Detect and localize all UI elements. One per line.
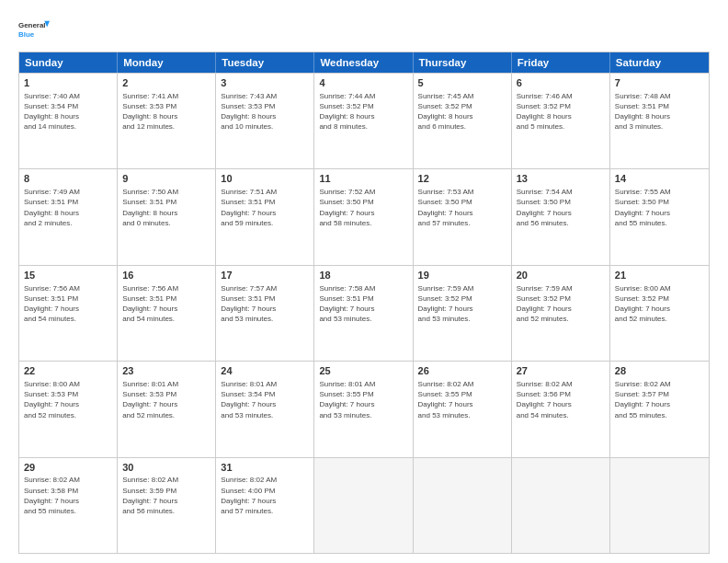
day-number: 10 — [221, 172, 309, 186]
header-day-wednesday: Wednesday — [314, 52, 413, 73]
calendar-cell — [414, 458, 512, 553]
calendar-cell: 10Sunrise: 7:51 AMSunset: 3:51 PMDayligh… — [216, 169, 314, 264]
calendar-cell: 21Sunrise: 8:00 AMSunset: 3:52 PMDayligh… — [610, 266, 709, 361]
calendar-cell: 1Sunrise: 7:40 AMSunset: 3:54 PMDaylight… — [19, 74, 118, 168]
calendar-cell: 5Sunrise: 7:45 AMSunset: 3:52 PMDaylight… — [414, 74, 512, 168]
svg-text:Blue: Blue — [18, 30, 35, 39]
day-number: 12 — [418, 172, 506, 186]
day-number: 17 — [221, 269, 309, 282]
day-number: 30 — [122, 461, 210, 475]
calendar-week-1: 1Sunrise: 7:40 AMSunset: 3:54 PMDaylight… — [19, 73, 709, 168]
calendar-week-2: 8Sunrise: 7:49 AMSunset: 3:51 PMDaylight… — [19, 168, 709, 264]
cell-text: Sunrise: 8:00 AMSunset: 3:53 PMDaylight:… — [24, 379, 112, 420]
cell-text: Sunrise: 7:46 AMSunset: 3:52 PMDaylight:… — [517, 91, 605, 132]
day-number: 21 — [615, 269, 704, 282]
calendar-cell: 4Sunrise: 7:44 AMSunset: 3:52 PMDaylight… — [314, 74, 413, 168]
calendar-cell: 19Sunrise: 7:59 AMSunset: 3:52 PMDayligh… — [414, 266, 512, 361]
day-number: 14 — [615, 172, 704, 186]
calendar-cell: 29Sunrise: 8:02 AMSunset: 3:58 PMDayligh… — [19, 458, 118, 553]
cell-text: Sunrise: 8:01 AMSunset: 3:53 PMDaylight:… — [122, 379, 210, 420]
calendar-week-3: 15Sunrise: 7:56 AMSunset: 3:51 PMDayligh… — [19, 265, 709, 361]
logo: General Blue — [18, 15, 50, 46]
cell-text: Sunrise: 7:41 AMSunset: 3:53 PMDaylight:… — [122, 91, 210, 132]
cell-text: Sunrise: 8:01 AMSunset: 3:55 PMDaylight:… — [319, 379, 407, 420]
header-day-monday: Monday — [118, 52, 216, 73]
cell-text: Sunrise: 7:43 AMSunset: 3:53 PMDaylight:… — [221, 91, 309, 132]
day-number: 20 — [517, 269, 605, 282]
cell-text: Sunrise: 8:02 AMSunset: 3:58 PMDaylight:… — [24, 475, 112, 516]
calendar-cell: 12Sunrise: 7:53 AMSunset: 3:50 PMDayligh… — [414, 169, 512, 264]
cell-text: Sunrise: 7:57 AMSunset: 3:51 PMDaylight:… — [221, 283, 309, 325]
day-number: 2 — [122, 76, 210, 90]
cell-text: Sunrise: 7:53 AMSunset: 3:50 PMDaylight:… — [418, 187, 506, 228]
svg-text:General: General — [18, 21, 46, 29]
cell-text: Sunrise: 7:58 AMSunset: 3:51 PMDaylight:… — [319, 283, 407, 325]
calendar-cell: 23Sunrise: 8:01 AMSunset: 3:53 PMDayligh… — [118, 362, 216, 456]
calendar-cell: 28Sunrise: 8:02 AMSunset: 3:57 PMDayligh… — [610, 362, 709, 456]
cell-text: Sunrise: 8:02 AMSunset: 4:00 PMDaylight:… — [221, 475, 309, 516]
cell-text: Sunrise: 8:02 AMSunset: 3:55 PMDaylight:… — [418, 379, 506, 420]
calendar-cell: 31Sunrise: 8:02 AMSunset: 4:00 PMDayligh… — [216, 458, 314, 553]
header-day-thursday: Thursday — [414, 52, 512, 73]
cell-text: Sunrise: 7:56 AMSunset: 3:51 PMDaylight:… — [24, 283, 112, 325]
cell-text: Sunrise: 8:02 AMSunset: 3:57 PMDaylight:… — [615, 379, 704, 420]
day-number: 18 — [319, 269, 407, 282]
calendar-week-4: 22Sunrise: 8:00 AMSunset: 3:53 PMDayligh… — [19, 361, 709, 456]
cell-text: Sunrise: 7:52 AMSunset: 3:50 PMDaylight:… — [319, 187, 407, 228]
day-number: 26 — [418, 364, 506, 378]
cell-text: Sunrise: 7:59 AMSunset: 3:52 PMDaylight:… — [418, 283, 506, 325]
day-number: 22 — [24, 364, 112, 378]
calendar-cell: 16Sunrise: 7:56 AMSunset: 3:51 PMDayligh… — [118, 266, 216, 361]
cell-text: Sunrise: 7:49 AMSunset: 3:51 PMDaylight:… — [24, 187, 112, 228]
page: General Blue SundayMondayTuesdayWednesda… — [0, 0, 728, 563]
day-number: 5 — [418, 76, 506, 90]
header-day-friday: Friday — [512, 52, 610, 73]
day-number: 15 — [24, 269, 112, 282]
cell-text: Sunrise: 7:51 AMSunset: 3:51 PMDaylight:… — [221, 187, 309, 228]
cell-text: Sunrise: 8:01 AMSunset: 3:54 PMDaylight:… — [221, 379, 309, 420]
cell-text: Sunrise: 7:56 AMSunset: 3:51 PMDaylight:… — [122, 283, 210, 325]
calendar-cell: 20Sunrise: 7:59 AMSunset: 3:52 PMDayligh… — [512, 266, 610, 361]
calendar-cell: 17Sunrise: 7:57 AMSunset: 3:51 PMDayligh… — [216, 266, 314, 361]
calendar-cell: 22Sunrise: 8:00 AMSunset: 3:53 PMDayligh… — [19, 362, 118, 456]
day-number: 1 — [24, 76, 112, 90]
cell-text: Sunrise: 8:00 AMSunset: 3:52 PMDaylight:… — [615, 283, 704, 325]
day-number: 9 — [122, 172, 210, 186]
day-number: 11 — [319, 172, 407, 186]
calendar-cell: 13Sunrise: 7:54 AMSunset: 3:50 PMDayligh… — [512, 169, 610, 264]
calendar-cell: 30Sunrise: 8:02 AMSunset: 3:59 PMDayligh… — [118, 458, 216, 553]
cell-text: Sunrise: 7:55 AMSunset: 3:50 PMDaylight:… — [615, 187, 704, 228]
header: General Blue — [18, 15, 710, 46]
calendar-cell: 3Sunrise: 7:43 AMSunset: 3:53 PMDaylight… — [216, 74, 314, 168]
cell-text: Sunrise: 7:59 AMSunset: 3:52 PMDaylight:… — [517, 283, 605, 325]
calendar: SundayMondayTuesdayWednesdayThursdayFrid… — [18, 52, 710, 554]
calendar-cell — [610, 458, 709, 553]
calendar-week-5: 29Sunrise: 8:02 AMSunset: 3:58 PMDayligh… — [19, 457, 709, 553]
header-day-sunday: Sunday — [19, 52, 118, 73]
cell-text: Sunrise: 7:48 AMSunset: 3:51 PMDaylight:… — [615, 91, 704, 132]
header-day-saturday: Saturday — [610, 52, 709, 73]
cell-text: Sunrise: 7:54 AMSunset: 3:50 PMDaylight:… — [517, 187, 605, 228]
calendar-cell: 18Sunrise: 7:58 AMSunset: 3:51 PMDayligh… — [314, 266, 413, 361]
calendar-cell: 25Sunrise: 8:01 AMSunset: 3:55 PMDayligh… — [314, 362, 413, 456]
calendar-header: SundayMondayTuesdayWednesdayThursdayFrid… — [19, 52, 709, 73]
calendar-cell: 15Sunrise: 7:56 AMSunset: 3:51 PMDayligh… — [19, 266, 118, 361]
day-number: 16 — [122, 269, 210, 282]
calendar-cell: 6Sunrise: 7:46 AMSunset: 3:52 PMDaylight… — [512, 74, 610, 168]
cell-text: Sunrise: 7:40 AMSunset: 3:54 PMDaylight:… — [24, 91, 112, 132]
calendar-cell: 27Sunrise: 8:02 AMSunset: 3:56 PMDayligh… — [512, 362, 610, 456]
cell-text: Sunrise: 8:02 AMSunset: 3:56 PMDaylight:… — [517, 379, 605, 420]
day-number: 28 — [615, 364, 704, 378]
calendar-cell: 7Sunrise: 7:48 AMSunset: 3:51 PMDaylight… — [610, 74, 709, 168]
day-number: 8 — [24, 172, 112, 186]
day-number: 13 — [517, 172, 605, 186]
calendar-cell: 9Sunrise: 7:50 AMSunset: 3:51 PMDaylight… — [118, 169, 216, 264]
day-number: 23 — [122, 364, 210, 378]
day-number: 29 — [24, 461, 112, 475]
day-number: 24 — [221, 364, 309, 378]
day-number: 4 — [319, 76, 407, 90]
day-number: 6 — [517, 76, 605, 90]
calendar-cell: 11Sunrise: 7:52 AMSunset: 3:50 PMDayligh… — [314, 169, 413, 264]
calendar-cell: 14Sunrise: 7:55 AMSunset: 3:50 PMDayligh… — [610, 169, 709, 264]
day-number: 25 — [319, 364, 407, 378]
